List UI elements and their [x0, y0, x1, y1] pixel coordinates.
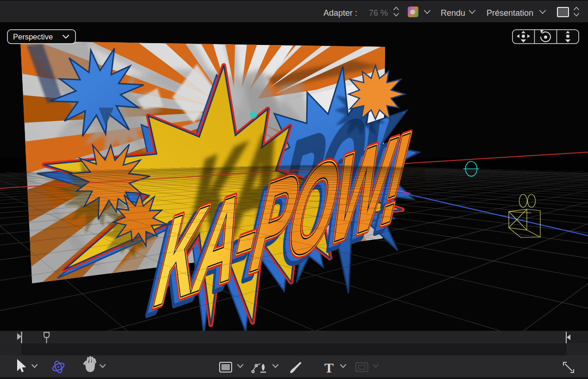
- svg-text:Perspective: Perspective: [13, 32, 53, 41]
- svg-text:76 %: 76 %: [369, 8, 388, 18]
- svg-text:Adapter :: Adapter :: [323, 8, 357, 18]
- svg-text:T: T: [324, 360, 334, 375]
- svg-text:Rendu: Rendu: [441, 8, 465, 18]
- svg-text:Présentation: Présentation: [487, 8, 533, 18]
